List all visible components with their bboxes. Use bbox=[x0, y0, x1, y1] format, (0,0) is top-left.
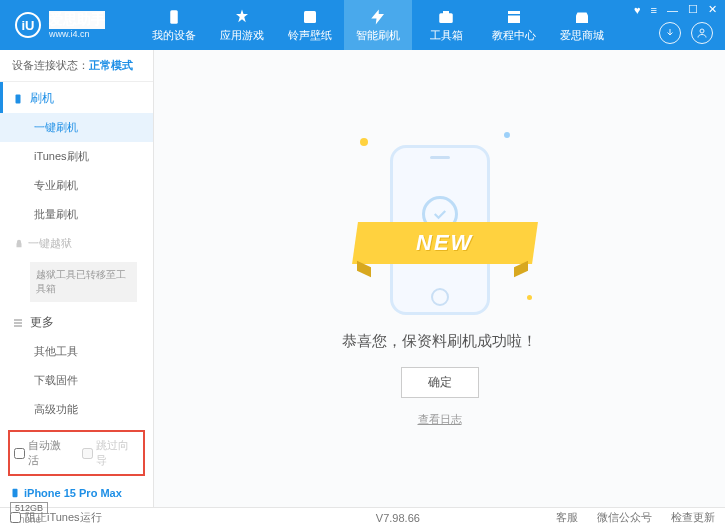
footer-wechat[interactable]: 微信公众号 bbox=[597, 511, 652, 523]
menu-icon[interactable]: ♥ bbox=[634, 4, 641, 16]
logo-icon: iU bbox=[15, 12, 41, 38]
jailbreak-note: 越狱工具已转移至工具箱 bbox=[30, 262, 137, 302]
footer-update[interactable]: 检查更新 bbox=[671, 511, 715, 523]
maximize-icon[interactable]: ☐ bbox=[688, 3, 698, 16]
nav-my-device[interactable]: 我的设备 bbox=[140, 0, 208, 50]
section-jailbreak: 一键越狱 bbox=[0, 229, 153, 258]
sidebar-item-batch[interactable]: 批量刷机 bbox=[0, 200, 153, 229]
svg-rect-6 bbox=[13, 489, 18, 497]
success-message: 恭喜您，保资料刷机成功啦！ bbox=[342, 332, 537, 351]
section-more[interactable]: 更多 bbox=[0, 306, 153, 337]
ok-button[interactable]: 确定 bbox=[401, 367, 479, 398]
svg-rect-2 bbox=[439, 13, 453, 23]
svg-rect-3 bbox=[443, 11, 449, 14]
list-icon bbox=[12, 317, 24, 329]
sidebar-item-download-fw[interactable]: 下载固件 bbox=[0, 366, 153, 395]
close-icon[interactable]: ✕ bbox=[708, 3, 717, 16]
sidebar-item-oneclick[interactable]: 一键刷机 bbox=[0, 113, 153, 142]
sidebar-item-pro[interactable]: 专业刷机 bbox=[0, 171, 153, 200]
lock-icon bbox=[14, 239, 24, 249]
nav-store[interactable]: 爱思商城 bbox=[548, 0, 616, 50]
view-log-link[interactable]: 查看日志 bbox=[418, 412, 462, 427]
check-skip-setup[interactable]: 跳过向导 bbox=[82, 438, 140, 468]
download-icon[interactable] bbox=[659, 22, 681, 44]
header-actions bbox=[659, 22, 713, 44]
user-icon[interactable] bbox=[691, 22, 713, 44]
section-flash[interactable]: 刷机 bbox=[0, 82, 153, 113]
sidebar-item-advanced[interactable]: 高级功能 bbox=[0, 395, 153, 424]
footer-support[interactable]: 客服 bbox=[556, 511, 578, 523]
options-highlight: 自动激活 跳过向导 bbox=[8, 430, 145, 476]
app-name: 爱思助手 bbox=[49, 11, 105, 29]
nav-toolbox[interactable]: 工具箱 bbox=[412, 0, 480, 50]
check-block-itunes[interactable]: 阻止iTunes运行 bbox=[10, 510, 102, 525]
main-content: NEW 恭喜您，保资料刷机成功啦！ 确定 查看日志 bbox=[154, 50, 725, 507]
minimize-icon[interactable]: — bbox=[667, 4, 678, 16]
svg-rect-1 bbox=[304, 11, 316, 23]
nav-apps-games[interactable]: 应用游戏 bbox=[208, 0, 276, 50]
success-illustration: NEW bbox=[360, 130, 520, 320]
sidebar-item-other[interactable]: 其他工具 bbox=[0, 337, 153, 366]
sidebar: 设备连接状态：正常模式 刷机 一键刷机 iTunes刷机 专业刷机 批量刷机 一… bbox=[0, 50, 154, 507]
phone-icon bbox=[10, 486, 20, 500]
device-status: 设备连接状态：正常模式 bbox=[0, 50, 153, 82]
check-auto-activate[interactable]: 自动激活 bbox=[14, 438, 72, 468]
nav-smart-flash[interactable]: 智能刷机 bbox=[344, 0, 412, 50]
titlebar: iU 爱思助手 www.i4.cn 我的设备 应用游戏 铃声壁纸 智能刷机 工具… bbox=[0, 0, 725, 50]
nav-ringtones[interactable]: 铃声壁纸 bbox=[276, 0, 344, 50]
window-controls: ♥ ≡ — ☐ ✕ bbox=[634, 3, 717, 16]
svg-rect-5 bbox=[16, 94, 21, 103]
app-domain: www.i4.cn bbox=[49, 29, 105, 39]
svg-point-4 bbox=[700, 29, 704, 33]
version-label: V7.98.66 bbox=[376, 512, 420, 524]
sidebar-item-itunes[interactable]: iTunes刷机 bbox=[0, 142, 153, 171]
settings-icon[interactable]: ≡ bbox=[651, 4, 657, 16]
top-nav: 我的设备 应用游戏 铃声壁纸 智能刷机 工具箱 教程中心 爱思商城 bbox=[140, 0, 616, 50]
svg-rect-0 bbox=[170, 10, 178, 24]
nav-tutorials[interactable]: 教程中心 bbox=[480, 0, 548, 50]
logo-area: iU 爱思助手 www.i4.cn bbox=[0, 11, 140, 39]
